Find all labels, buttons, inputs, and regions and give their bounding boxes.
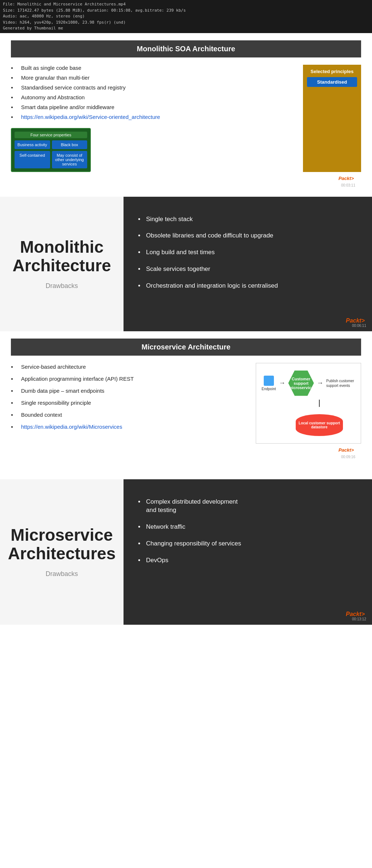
- mono-db-3: Long build and test times: [138, 248, 357, 257]
- ms-diagram-inner: Endpoint → Customer support microservice…: [262, 371, 355, 436]
- ms-endpoint-label: Endpoint: [262, 387, 276, 391]
- mono-title: Monolithic Architecture: [7, 238, 116, 275]
- file-info-line5: Generated by Thumbnail me: [3, 25, 369, 32]
- mono-drawbacks-section: Monolithic Architecture Drawbacks Single…: [0, 197, 372, 331]
- ms-bullet-4: Single responsibility principle: [11, 399, 245, 407]
- microservice-left-panel: Service-based architecture Application p…: [11, 363, 245, 435]
- ms-bullet-5: Bounded context: [11, 411, 245, 419]
- ms-hexagon: Customer support microservice: [288, 371, 314, 396]
- ms-drawbacks-list: Complex distributed development and test…: [138, 497, 357, 565]
- soa-section: Monolithic SOA Architecture Built as sin…: [0, 33, 372, 197]
- ms-drawbacks-right: Complex distributed development and test…: [124, 479, 372, 625]
- soa-cell-1: Business activity: [15, 140, 50, 149]
- ms-db-3: Changing responsibility of services: [138, 539, 357, 548]
- soa-link[interactable]: https://en.wikipedia.org/wiki/Service-or…: [11, 114, 296, 120]
- ms-timestamp: 00:09:16: [341, 455, 355, 459]
- ms-db-2: Network traffic: [138, 523, 357, 531]
- soa-timestamp: 00:03:11: [341, 183, 355, 187]
- ms-connector-line: [319, 400, 320, 407]
- soa-diagram-title: Four service properties: [15, 132, 87, 138]
- mono-db-1: Single tech stack: [138, 215, 357, 224]
- ms-packt-logo: Packt>: [339, 447, 355, 453]
- soa-cell-3: Self-contained: [15, 151, 50, 168]
- ms-draw-timestamp: 00:13:12: [352, 617, 366, 621]
- file-info-line3: Audio: aac, 48000 Hz, stereo (eng): [3, 13, 369, 20]
- principles-standardised-btn[interactable]: Standardised: [307, 77, 357, 87]
- file-info-line1: File: Monolithic and Microservice Archit…: [3, 1, 369, 8]
- microservice-content: Service-based architecture Application p…: [11, 363, 361, 444]
- soa-bullet-3: Standardised service contracts and regis…: [11, 84, 296, 91]
- mono-db-2: Obsolete libraries and code difficult to…: [138, 231, 357, 240]
- ms-drawbacks-section: Microservice Architectures Drawbacks Com…: [0, 479, 372, 625]
- ms-draw-subtitle: Drawbacks: [45, 570, 78, 578]
- soa-bullet-4: Autonomy and Abstraction: [11, 94, 296, 100]
- ms-endpoint-box: [264, 376, 274, 386]
- mono-db-5: Orchestration and integration logic is c…: [138, 281, 357, 290]
- mono-drawbacks-right: Single tech stack Obsolete libraries and…: [124, 197, 372, 331]
- principles-title: Selected principles: [307, 69, 357, 74]
- ms-bullet-1: Service-based architecture: [11, 363, 245, 371]
- soa-packt-footer: Packt> 00:03:11: [11, 172, 361, 189]
- microservice-diagram: Endpoint → Customer support microservice…: [256, 363, 361, 444]
- spacer: [0, 468, 372, 479]
- mono-subtitle: Drawbacks: [45, 282, 78, 290]
- soa-link-anchor[interactable]: https://en.wikipedia.org/wiki/Service-or…: [21, 114, 160, 120]
- soa-header: Monolithic SOA Architecture: [11, 40, 361, 57]
- soa-cell-2: Black box: [52, 140, 88, 149]
- ms-db-1: Complex distributed development and test…: [138, 497, 357, 515]
- ms-link[interactable]: https://en.wikipedia.org/wiki/Microservi…: [11, 423, 245, 431]
- ms-draw-title: Microservice Architectures: [8, 526, 116, 563]
- soa-bullet-5: Smart data pipeline and/or middleware: [11, 104, 296, 110]
- soa-bullet-1: Built as single code base: [11, 65, 296, 71]
- soa-cell-4: May consist of other underlying services: [52, 151, 88, 168]
- ms-arrow-right: →: [279, 379, 285, 387]
- soa-diagram: Four service properties Business activit…: [11, 128, 91, 172]
- soa-diagram-grid: Business activity Black box Self-contain…: [15, 140, 87, 168]
- microservice-section: Microservice Architecture Service-based …: [0, 331, 372, 468]
- ms-arrow-right2: →: [317, 379, 323, 387]
- ms-link-anchor[interactable]: https://en.wikipedia.org/wiki/Microservi…: [21, 424, 122, 430]
- selected-principles-box: Selected principles Standardised: [303, 65, 361, 172]
- ms-publish-text: Publish customer support events: [326, 379, 355, 388]
- soa-bullet-2: More granular than multi-tier: [11, 75, 296, 81]
- ms-db-4: DevOps: [138, 556, 357, 565]
- ms-endpoint-row: Endpoint → Customer support microservice…: [262, 371, 355, 396]
- mono-drawbacks-left: Monolithic Architecture Drawbacks: [0, 197, 124, 331]
- mono-timestamp: 00:06:11: [352, 324, 366, 328]
- file-info-line4: Video: h264, yuv420p, 1920x1080, 23.98 f…: [3, 20, 369, 26]
- microservice-bullet-list: Service-based architecture Application p…: [11, 363, 245, 431]
- file-info-bar: File: Monolithic and Microservice Archit…: [0, 0, 372, 33]
- ms-draw-packt-logo: Packt>: [346, 611, 366, 617]
- ms-bullet-2: Application programming interface (API) …: [11, 375, 245, 383]
- mono-drawbacks-list: Single tech stack Obsolete libraries and…: [138, 215, 357, 290]
- mono-db-4: Scale services together: [138, 265, 357, 273]
- ms-datastore: Local customer support datastore: [296, 414, 343, 436]
- ms-drawbacks-left: Microservice Architectures Drawbacks: [0, 479, 124, 625]
- ms-packt-footer: Packt> 00:09:16: [11, 444, 361, 461]
- ms-bullet-3: Dumb data pipe – smart endpoints: [11, 387, 245, 395]
- soa-packt-logo: Packt>: [339, 176, 355, 181]
- soa-left-panel: Built as single code base More granular …: [11, 65, 296, 172]
- soa-content: Built as single code base More granular …: [11, 65, 361, 172]
- microservice-header: Microservice Architecture: [11, 339, 361, 356]
- soa-bullet-list: Built as single code base More granular …: [11, 65, 296, 120]
- file-info-line2: Size: 171422.47 bytes (25.88 MiB), durat…: [3, 8, 369, 14]
- mono-packt-logo: Packt>: [346, 317, 366, 324]
